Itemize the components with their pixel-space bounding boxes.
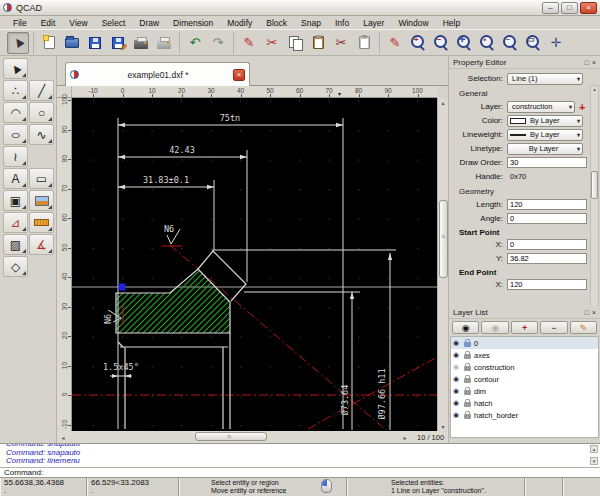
document-tab[interactable]: example01.dxf * × [65, 62, 250, 86]
angle-field[interactable] [507, 213, 587, 224]
hide-all-layers-button[interactable]: ◉ [481, 321, 508, 334]
paste-reference-button[interactable] [353, 32, 375, 54]
float-panel-icon[interactable]: □ [585, 309, 589, 316]
spline-tool-button[interactable]: ∿ [29, 124, 54, 145]
layer-row-hatch_border[interactable]: ◉hatch_border [451, 409, 598, 421]
scroll-down-icon[interactable]: ▾ [438, 423, 448, 430]
layer-visibility-icon[interactable]: ◉ [453, 387, 461, 395]
select-arrow-button[interactable]: ▶ [7, 32, 29, 54]
save-button[interactable] [84, 32, 106, 54]
zoom-auto-button[interactable]: ✛ [453, 32, 475, 54]
layer-row-0[interactable]: ◉0 [451, 337, 598, 349]
scroll-down-icon[interactable]: ▾ [590, 457, 598, 465]
menu-item-snap[interactable]: Snap [294, 18, 328, 28]
scroll-up-icon[interactable]: ▴ [590, 445, 598, 453]
cut-reference-button[interactable]: ✂ [330, 32, 352, 54]
shape-tool-button[interactable]: ▭ [29, 168, 54, 189]
menu-item-dimension[interactable]: Dimension [166, 18, 220, 28]
canvas-horizontal-scrollbar[interactable]: ◂ ▸ 10 / 100 [57, 431, 448, 443]
zoom-previous-button[interactable]: − [499, 32, 521, 54]
layer-visibility-icon[interactable]: ◉ [453, 399, 461, 407]
cut-button[interactable]: ✂ [261, 32, 283, 54]
new-file-button[interactable] [38, 32, 60, 54]
menu-item-modify[interactable]: Modify [220, 18, 259, 28]
vertical-scroll-thumb[interactable] [439, 200, 448, 278]
property-editor-titlebar[interactable]: Property Editor □ × [449, 56, 600, 69]
layer-visibility-icon[interactable]: ◉ [453, 411, 461, 419]
layer-visibility-icon[interactable]: ◉ [453, 339, 461, 347]
add-layer-icon[interactable]: + [579, 101, 585, 113]
layer-dropdown[interactable]: construction▾ [507, 101, 575, 113]
layer-row-axes[interactable]: ◉axes [451, 349, 598, 361]
maximize-button[interactable]: □ [561, 2, 578, 14]
polyline-tool-button[interactable]: ≀ [3, 146, 28, 167]
cad-canvas[interactable]: 75tn 42.43 31.83±0.1 1.5x45° N6 N6 Ø73.6… [72, 98, 437, 431]
layer-visibility-icon[interactable]: ◉ [453, 351, 461, 359]
property-editor-scrollbar[interactable]: ▴ ▾ [590, 85, 599, 306]
remove-layer-button[interactable]: − [540, 321, 567, 334]
zoom-page-button[interactable]: ▭ [522, 32, 544, 54]
draw-order-field[interactable] [507, 157, 587, 168]
measure-tool-button[interactable]: ∡ [29, 234, 54, 255]
lineweight-dropdown[interactable]: By Layer▾ [507, 129, 583, 141]
menu-item-draw[interactable]: Draw [132, 18, 166, 28]
arc-tool-button[interactable]: ◠ [3, 102, 28, 123]
scroll-left-icon[interactable]: ◂ [57, 434, 69, 441]
close-panel-icon[interactable]: × [592, 309, 596, 316]
copy-button[interactable] [284, 32, 306, 54]
dimension-tool-button[interactable]: ⊿ [3, 212, 28, 233]
linetype-dropdown[interactable]: By Layer▾ [507, 143, 583, 155]
paste-button[interactable] [307, 32, 329, 54]
zoom-in-button[interactable]: + [407, 32, 429, 54]
tab-close-icon[interactable]: × [233, 69, 245, 81]
save-as-button[interactable]: ✎ [107, 32, 129, 54]
minimize-button[interactable]: – [542, 2, 559, 14]
layer-row-dim[interactable]: ◉dim [451, 385, 598, 397]
scroll-up-icon[interactable]: ▴ [591, 86, 598, 92]
command-prompt[interactable]: Command: [0, 467, 600, 478]
close-button[interactable]: × [580, 2, 597, 14]
horizontal-scroll-track[interactable] [69, 431, 399, 443]
layer-row-construction[interactable]: ◉construction [451, 361, 598, 373]
edit-layer-button[interactable]: ✎ [570, 321, 597, 334]
menu-item-window[interactable]: Window [391, 18, 435, 28]
open-file-button[interactable] [61, 32, 83, 54]
history-scrollbar[interactable]: ▴ ▾ [590, 445, 598, 467]
length-field[interactable] [507, 199, 587, 210]
block-tool-button[interactable]: ◇ [3, 256, 28, 277]
menu-item-help[interactable]: Help [436, 18, 467, 28]
command-history[interactable]: Command: snapautoCommand: snapautoComman… [0, 443, 600, 467]
float-panel-icon[interactable]: □ [585, 59, 589, 66]
text-tool-button[interactable]: A [3, 168, 28, 189]
selection-tool-button[interactable]: ▶ [3, 58, 28, 79]
layer-row-contour[interactable]: ◉contour [451, 373, 598, 385]
ellipse-tool-button[interactable]: ○ [3, 124, 28, 145]
menu-item-info[interactable]: Info [328, 18, 356, 28]
layer-list-titlebar[interactable]: Layer List □ × [449, 306, 600, 319]
title-bar[interactable]: QCAD – □ × [0, 0, 600, 16]
horizontal-scroll-thumb[interactable] [195, 432, 267, 441]
scroll-up-icon[interactable]: ▴ [438, 99, 448, 106]
point-tool-button[interactable]: ∴ [3, 80, 28, 101]
leader-tool-button[interactable] [29, 212, 54, 233]
canvas-vertical-scrollbar[interactable]: ▴ ▾ [437, 98, 448, 431]
menu-item-layer[interactable]: Layer [356, 18, 391, 28]
menu-item-view[interactable]: View [62, 18, 94, 28]
start-y-field[interactable] [507, 253, 587, 264]
end-x-field[interactable] [507, 279, 587, 290]
layer-visibility-icon[interactable]: ◉ [453, 375, 461, 383]
start-x-field[interactable] [507, 239, 587, 250]
scroll-right-icon[interactable]: ▸ [399, 434, 411, 441]
selection-node-marker[interactable] [119, 284, 126, 291]
show-all-layers-button[interactable]: ◉ [452, 321, 479, 334]
layer-row-hatch[interactable]: ◉hatch [451, 397, 598, 409]
color-dropdown[interactable]: By Layer▾ [507, 115, 583, 127]
pan-button[interactable]: ✛ [545, 32, 567, 54]
layer-visibility-icon[interactable]: ◉ [453, 363, 461, 371]
menu-item-file[interactable]: File [6, 18, 34, 28]
print-button[interactable] [130, 32, 152, 54]
menu-item-block[interactable]: Block [259, 18, 294, 28]
close-panel-icon[interactable]: × [592, 59, 596, 66]
circle-tool-button[interactable]: ○ [29, 102, 54, 123]
redraw-button[interactable]: ✎ [384, 32, 406, 54]
